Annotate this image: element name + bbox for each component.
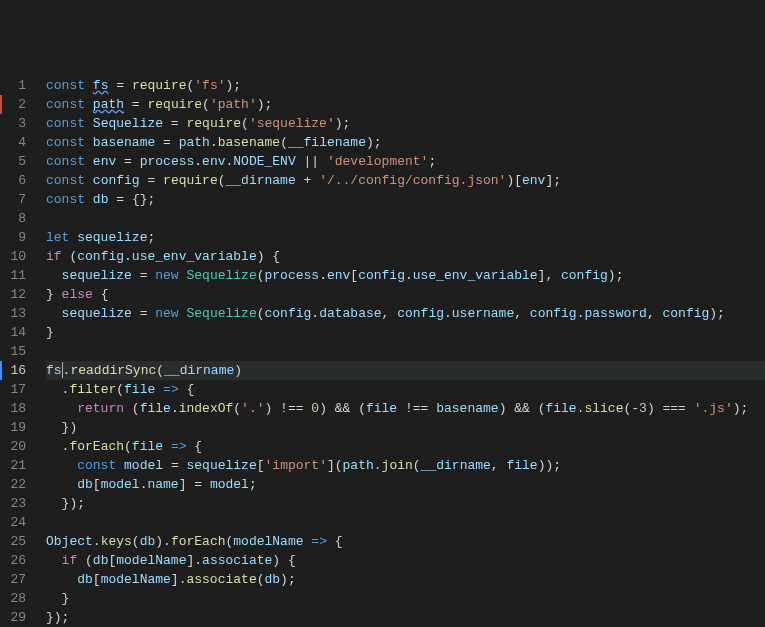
line-number: 16 bbox=[0, 361, 26, 380]
code-line[interactable] bbox=[46, 513, 765, 532]
line-number: 7 bbox=[0, 190, 26, 209]
code-line[interactable]: } else { bbox=[46, 285, 765, 304]
line-number: 17 bbox=[0, 380, 26, 399]
line-number: 21 bbox=[0, 456, 26, 475]
code-line[interactable]: let sequelize; bbox=[46, 228, 765, 247]
line-number: 23 bbox=[0, 494, 26, 513]
text-cursor bbox=[62, 362, 63, 378]
code-line[interactable]: return (file.indexOf('.') !== 0) && (fil… bbox=[46, 399, 765, 418]
line-number: 19 bbox=[0, 418, 26, 437]
line-number: 14 bbox=[0, 323, 26, 342]
code-line[interactable]: const path = require('path'); bbox=[46, 95, 765, 114]
line-number: 24 bbox=[0, 513, 26, 532]
line-number: 12 bbox=[0, 285, 26, 304]
line-number: 3 bbox=[0, 114, 26, 133]
line-number: 29 bbox=[0, 608, 26, 627]
code-line[interactable]: const model = sequelize['import'](path.j… bbox=[46, 456, 765, 475]
code-line[interactable] bbox=[46, 342, 765, 361]
line-number: 22 bbox=[0, 475, 26, 494]
line-number: 13 bbox=[0, 304, 26, 323]
line-number: 27 bbox=[0, 570, 26, 589]
code-line[interactable]: }); bbox=[46, 494, 765, 513]
code-line[interactable]: if (db[modelName].associate) { bbox=[46, 551, 765, 570]
code-line[interactable]: const env = process.env.NODE_ENV || 'dev… bbox=[46, 152, 765, 171]
code-content[interactable]: const fs = require('fs');const path = re… bbox=[36, 76, 765, 627]
code-line[interactable]: const db = {}; bbox=[46, 190, 765, 209]
line-number: 25 bbox=[0, 532, 26, 551]
line-number: 5 bbox=[0, 152, 26, 171]
code-line[interactable]: const Sequelize = require('sequelize'); bbox=[46, 114, 765, 133]
code-line[interactable]: .forEach(file => { bbox=[46, 437, 765, 456]
code-line[interactable]: const basename = path.basename(__filenam… bbox=[46, 133, 765, 152]
line-number: 9 bbox=[0, 228, 26, 247]
line-number: 2 bbox=[0, 95, 26, 114]
code-line[interactable]: .filter(file => { bbox=[46, 380, 765, 399]
line-number: 26 bbox=[0, 551, 26, 570]
code-line[interactable] bbox=[46, 209, 765, 228]
line-number: 10 bbox=[0, 247, 26, 266]
line-number: 20 bbox=[0, 437, 26, 456]
code-line[interactable]: const fs = require('fs'); bbox=[46, 76, 765, 95]
line-number: 18 bbox=[0, 399, 26, 418]
code-line[interactable]: if (config.use_env_variable) { bbox=[46, 247, 765, 266]
line-number: 8 bbox=[0, 209, 26, 228]
line-number: 11 bbox=[0, 266, 26, 285]
code-line[interactable]: } bbox=[46, 323, 765, 342]
code-line[interactable]: } bbox=[46, 589, 765, 608]
code-line[interactable]: Object.keys(db).forEach(modelName => { bbox=[46, 532, 765, 551]
code-line[interactable]: }); bbox=[46, 608, 765, 627]
code-line-active[interactable]: fs.readdirSync(__dirname) bbox=[46, 361, 765, 380]
code-editor[interactable]: 1234567891011121314151617181920212223242… bbox=[0, 76, 765, 627]
code-line[interactable]: sequelize = new Sequelize(process.env[co… bbox=[46, 266, 765, 285]
line-number: 1 bbox=[0, 76, 26, 95]
line-number: 15 bbox=[0, 342, 26, 361]
line-number: 6 bbox=[0, 171, 26, 190]
code-line[interactable]: }) bbox=[46, 418, 765, 437]
code-line[interactable]: const config = require(__dirname + '/../… bbox=[46, 171, 765, 190]
line-number: 4 bbox=[0, 133, 26, 152]
line-number: 28 bbox=[0, 589, 26, 608]
code-line[interactable]: sequelize = new Sequelize(config.databas… bbox=[46, 304, 765, 323]
code-line[interactable]: db[model.name] = model; bbox=[46, 475, 765, 494]
line-number-gutter: 1234567891011121314151617181920212223242… bbox=[0, 76, 36, 627]
code-line[interactable]: db[modelName].associate(db); bbox=[46, 570, 765, 589]
